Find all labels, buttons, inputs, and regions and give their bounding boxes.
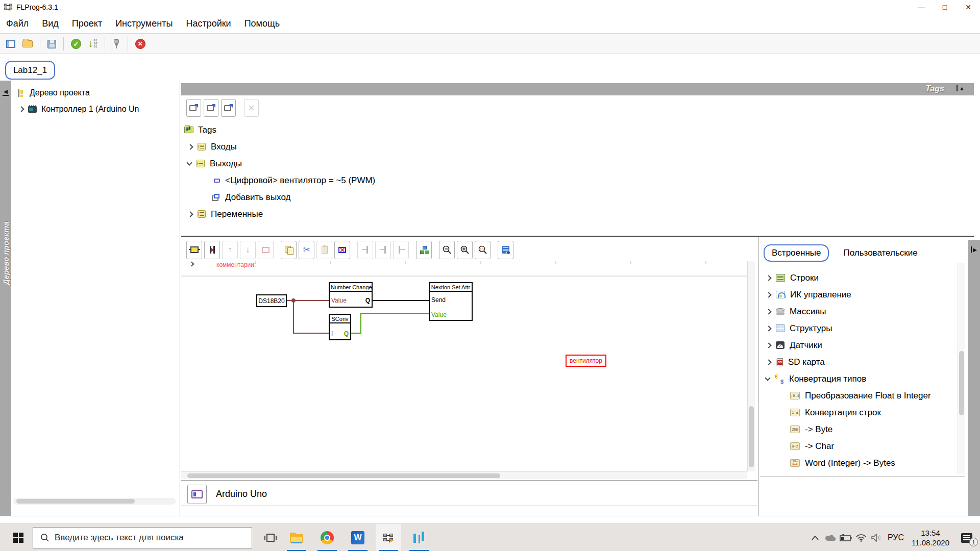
- pin-q[interactable]: Q: [365, 297, 370, 304]
- tab-lab12-1[interactable]: Lab12_1: [5, 61, 55, 80]
- library-item-structures[interactable]: Структуры: [762, 320, 958, 337]
- zoom-out-button[interactable]: [439, 241, 455, 259]
- add-output-pin-button[interactable]: [393, 241, 409, 259]
- move-down-button[interactable]: ↓: [240, 241, 256, 259]
- start-button[interactable]: [7, 524, 30, 551]
- menu-project[interactable]: Проект: [72, 18, 102, 29]
- vscroll-thumb[interactable]: [749, 406, 754, 467]
- library-item-string-conversion[interactable]: 1-a Конвертация строк: [762, 404, 958, 421]
- tags-tree-inputs[interactable]: Входы: [181, 138, 974, 155]
- library-item-type-conversion[interactable]: Конвертация типов: [762, 370, 958, 387]
- minimize-button[interactable]: —: [910, 0, 933, 14]
- pin-send[interactable]: Send: [431, 296, 446, 304]
- wifi-icon[interactable]: [853, 524, 869, 551]
- collapse-tags-panel-button[interactable]: ▲: [957, 85, 965, 91]
- block-sconv[interactable]: SConv I Q: [329, 314, 351, 340]
- library-item-to-char[interactable]: a-z -> Char: [762, 438, 958, 455]
- menu-settings[interactable]: Настройки: [186, 18, 231, 29]
- tags-tree-fan-output[interactable]: <Цифровой> вентилятор = ~5 (PWM): [181, 172, 974, 189]
- chevron-right-icon[interactable]: [187, 211, 193, 217]
- compile-check-icon[interactable]: ✓: [71, 39, 81, 49]
- canvas-vscrollbar[interactable]: [747, 261, 755, 471]
- chevron-right-icon[interactable]: [766, 275, 771, 281]
- chevron-right-icon[interactable]: [187, 144, 193, 149]
- tags-tree-root[interactable]: Tags: [181, 121, 974, 138]
- taskbar-app-chrome[interactable]: [314, 524, 340, 551]
- usb-connection-icon[interactable]: [112, 39, 120, 48]
- tab-builtin[interactable]: Встроенные: [764, 244, 829, 262]
- add-tag-button-b[interactable]: [204, 99, 218, 117]
- add-block-button[interactable]: [186, 241, 202, 259]
- copy-button[interactable]: [281, 241, 297, 259]
- delete-tag-button[interactable]: ✕: [244, 99, 259, 117]
- hscroll-thumb[interactable]: [187, 473, 500, 478]
- chevron-right-icon[interactable]: [766, 292, 771, 297]
- menu-view[interactable]: Вид: [42, 18, 59, 29]
- chevron-right-icon[interactable]: [766, 325, 771, 331]
- chevron-right-icon[interactable]: [766, 359, 771, 365]
- add-tag-button-c[interactable]: [221, 99, 236, 117]
- block-ds18b20[interactable]: DS18B20: [256, 294, 287, 307]
- clock[interactable]: 13:54 11.08.2020: [908, 528, 953, 547]
- chevron-right-icon[interactable]: [18, 106, 24, 112]
- library-item-word-to-bytes[interactable]: 16→8+8 Word (Integer) -> Bytes: [762, 455, 958, 471]
- chevron-down-icon[interactable]: [765, 375, 770, 381]
- taskbar-search[interactable]: [33, 527, 252, 548]
- library-item-strings[interactable]: Строки: [762, 269, 958, 286]
- navigator-button[interactable]: [498, 241, 513, 259]
- project-tree-root[interactable]: Дерево проекта: [11, 85, 180, 101]
- taskbar-app-word[interactable]: W: [345, 524, 371, 551]
- delete-pin-button[interactable]: [375, 241, 391, 259]
- cut-button[interactable]: ✂: [299, 241, 314, 259]
- open-project-icon[interactable]: [22, 40, 33, 47]
- library-item-float-to-integer[interactable]: .0-1 Преобразование Float в Integer: [762, 387, 958, 404]
- expand-library-panel-button[interactable]: ▶: [969, 242, 979, 257]
- battery-icon[interactable]: [838, 524, 853, 551]
- block-nextion-set-attr[interactable]: Nextion Set Attr Send Value: [429, 282, 473, 321]
- project-panel-hscrollbar[interactable]: [13, 498, 176, 505]
- library-item-arrays[interactable]: Массивы: [762, 303, 958, 320]
- block-number-change[interactable]: Number Change Value Q: [329, 282, 373, 308]
- move-up-button[interactable]: ↑: [222, 241, 238, 259]
- library-item-to-byte[interactable]: 255 -> Byte: [762, 421, 958, 438]
- notification-center-button[interactable]: 1: [953, 524, 980, 551]
- collapse-left-panel-button[interactable]: ◀: [1, 84, 10, 101]
- close-button[interactable]: ✕: [957, 0, 980, 14]
- language-indicator[interactable]: РУС: [884, 533, 908, 542]
- add-element-button[interactable]: [204, 241, 220, 259]
- hscroll-thumb[interactable]: [16, 499, 135, 504]
- pin-value[interactable]: Value: [431, 311, 447, 318]
- tags-tree-add-output[interactable]: Добавить выход: [181, 189, 974, 206]
- task-view-button[interactable]: [259, 524, 282, 551]
- chevron-down-icon[interactable]: [186, 160, 192, 165]
- pin-value[interactable]: Value: [331, 297, 347, 304]
- fan-label-block[interactable]: вентилятор: [566, 355, 606, 367]
- tags-tree-outputs[interactable]: Выходы: [181, 155, 974, 172]
- add-tag-button-a[interactable]: [186, 99, 201, 117]
- pin-i[interactable]: I: [331, 330, 333, 337]
- zoom-in-button[interactable]: [457, 241, 473, 259]
- library-vscrollbar[interactable]: [958, 263, 965, 474]
- vscroll-thumb[interactable]: [959, 351, 964, 415]
- taskbar-app-flprog[interactable]: [376, 524, 401, 551]
- onedrive-cloud-icon[interactable]: [823, 524, 838, 551]
- maximize-button[interactable]: □: [933, 0, 957, 14]
- project-tree-controller[interactable]: Контроллер 1 (Arduino Un: [11, 101, 180, 117]
- menu-file[interactable]: Файл: [6, 18, 29, 29]
- upload-icon[interactable]: ↓011001: [88, 39, 97, 48]
- pin-q[interactable]: Q: [344, 330, 349, 337]
- board-info-button[interactable]: [187, 485, 207, 504]
- search-input[interactable]: [55, 533, 228, 543]
- menu-help[interactable]: Помощь: [244, 18, 280, 29]
- edit-block-button[interactable]: [258, 241, 274, 259]
- library-item-sensors[interactable]: Датчики: [762, 337, 958, 354]
- library-item-ir[interactable]: ИК управление: [762, 286, 958, 303]
- menu-tools[interactable]: Инструменты: [115, 18, 173, 29]
- canvas-hscrollbar[interactable]: [181, 471, 747, 479]
- schematic-canvas[interactable]: комментарии: DS18B20 Number Change Value…: [181, 261, 747, 471]
- panel-splitter[interactable]: [181, 236, 974, 237]
- speaker-icon[interactable]: [869, 524, 884, 551]
- chevron-right-icon[interactable]: [766, 309, 771, 314]
- zoom-reset-button[interactable]: 1:1: [475, 241, 491, 259]
- tab-user[interactable]: Пользовательские: [836, 245, 924, 261]
